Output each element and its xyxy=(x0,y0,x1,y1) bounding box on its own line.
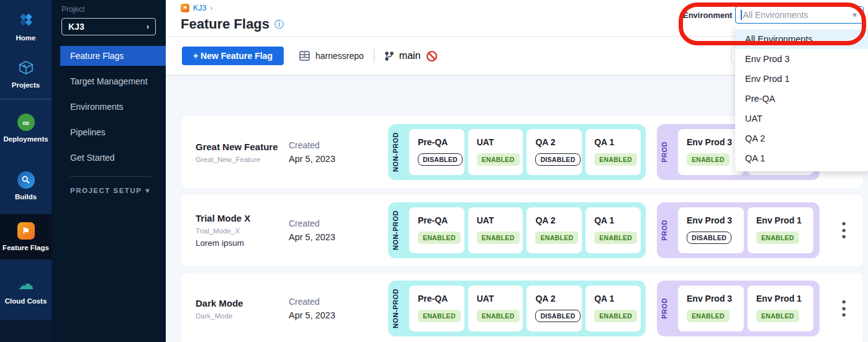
env-status-badge: ENABLED xyxy=(418,310,461,322)
env-name: Pre-QA xyxy=(418,137,464,147)
prod-group-label: PROD xyxy=(661,142,674,163)
env-name: QA 2 xyxy=(535,137,582,147)
flag-name[interactable]: Dark Mode xyxy=(196,298,289,308)
module-nav-item-cloud-costs[interactable]: ☁$ Cloud Costs xyxy=(0,259,52,320)
nonprod-env-group: NON-PROD Pre-QA DISABLED UAT ENABLED QA … xyxy=(388,124,646,180)
env-name: Env Prod 1 xyxy=(756,215,813,225)
main-content: ⚑ KJ3 › Feature Flags ⓘ + New Feature Fl… xyxy=(166,0,868,342)
env-status-badge: ENABLED xyxy=(477,232,520,244)
env-status-badge: ENABLED xyxy=(535,232,578,244)
env-card-qa-1[interactable]: QA 1 ENABLED xyxy=(585,207,641,253)
project-setup-toggle[interactable]: PROJECT SETUP ▼ xyxy=(70,187,151,194)
module-nav-label: Deployments xyxy=(3,135,48,143)
created-date: Apr 5, 2023 xyxy=(289,310,388,320)
project-selector[interactable]: KJ3 › xyxy=(61,18,156,35)
flag-identifier: Dark_Mode xyxy=(196,312,289,320)
module-nav-item-projects[interactable]: Projects xyxy=(0,48,52,99)
env-card-qa-1[interactable]: QA 1 ENABLED xyxy=(585,129,641,175)
env-name: Env Prod 3 xyxy=(687,294,744,304)
projects-cube-icon xyxy=(17,58,35,77)
row-menu-kebab-icon[interactable]: ••• xyxy=(839,299,848,318)
env-card-env-prod-3[interactable]: Env Prod 3 ENABLED xyxy=(678,129,744,175)
env-card-env-prod-1[interactable]: Env Prod 1 ENABLED xyxy=(748,207,813,253)
module-nav-label: Cloud Costs xyxy=(5,297,47,305)
env-status-badge: DISABLED xyxy=(418,153,463,166)
env-status-badge: DISABLED xyxy=(687,232,731,244)
branch-selector[interactable]: main xyxy=(384,50,438,62)
env-option-qa-2[interactable]: QA 2 xyxy=(735,128,868,148)
project-setup-label: PROJECT SETUP xyxy=(70,187,142,194)
env-status-badge: ENABLED xyxy=(477,310,520,322)
env-card-qa-2[interactable]: QA 2 DISABLED xyxy=(527,286,582,331)
feature-flag-row[interactable]: Dark Mode Dark_Mode Created Apr 5, 2023 … xyxy=(181,272,863,342)
module-nav-item-home[interactable]: Home xyxy=(0,0,52,48)
toolbar-divider xyxy=(374,49,374,63)
created-label: Created xyxy=(289,218,388,228)
new-feature-flag-button[interactable]: + New Feature Flag xyxy=(182,47,284,65)
env-option-all-environments[interactable]: All Environments xyxy=(735,29,868,49)
env-card-env-prod-3[interactable]: Env Prod 3 DISABLED xyxy=(678,207,744,253)
env-status-badge: ENABLED xyxy=(687,153,730,166)
env-option-pre-qa[interactable]: Pre-QA xyxy=(735,89,868,109)
env-option-env-prod-3[interactable]: Env Prod 3 xyxy=(735,49,868,69)
env-card-pre-qa[interactable]: Pre-QA DISABLED xyxy=(409,129,464,175)
env-status-badge: ENABLED xyxy=(687,310,730,322)
module-nav-item-deployments[interactable]: ∞ Deployments xyxy=(0,99,52,157)
module-nav-item-builds[interactable]: Builds xyxy=(0,157,52,214)
page-title: Feature Flags xyxy=(181,16,269,32)
prod-group-label: PROD xyxy=(661,298,674,319)
chevron-down-icon: ▼ xyxy=(144,187,151,194)
env-option-uat[interactable]: UAT xyxy=(735,109,868,128)
sidebar-item-pipelines[interactable]: Pipelines xyxy=(52,122,166,142)
env-card-env-prod-3[interactable]: Env Prod 3 ENABLED xyxy=(678,286,744,331)
sidebar-item-target-management[interactable]: Target Management xyxy=(52,71,166,91)
sidebar-item-feature-flags[interactable]: Feature Flags xyxy=(60,46,166,66)
env-option-env-prod-1[interactable]: Env Prod 1 xyxy=(735,69,868,89)
nonprod-group-label: NON-PROD xyxy=(392,132,405,172)
cloud-costs-icon: ☁$ xyxy=(17,274,35,293)
created-label: Created xyxy=(289,297,388,307)
project-menu: Feature Flags Target Management Environm… xyxy=(52,46,166,168)
env-card-uat[interactable]: UAT ENABLED xyxy=(468,207,523,253)
repository-icon xyxy=(299,50,310,61)
env-card-pre-qa[interactable]: Pre-QA ENABLED xyxy=(409,286,464,331)
row-menu-kebab-icon[interactable]: ••• xyxy=(839,220,848,240)
feature-flags-icon: ⚑ xyxy=(17,222,35,240)
env-name: QA 1 xyxy=(594,294,641,304)
env-name: Pre-QA xyxy=(418,215,464,225)
env-status-badge: DISABLED xyxy=(535,310,580,322)
env-card-uat[interactable]: UAT ENABLED xyxy=(468,129,523,175)
flag-identifier: Great_New_Feature xyxy=(196,156,289,163)
nonprod-env-group: NON-PROD Pre-QA ENABLED UAT ENABLED QA 2… xyxy=(388,281,646,336)
breadcrumb-project-link[interactable]: KJ3 xyxy=(193,4,207,12)
env-status-badge: DISABLED xyxy=(535,153,580,166)
repo-selector[interactable]: harnessrepo xyxy=(299,50,364,61)
env-card-pre-qa[interactable]: Pre-QA ENABLED xyxy=(409,207,464,253)
feature-flag-row[interactable]: Trial Mode X Trial_Mode_X Lorem ipsum Cr… xyxy=(181,194,863,266)
environment-select[interactable]: All Environments ▼ xyxy=(735,6,864,24)
env-card-env-prod-1[interactable]: Env Prod 1 ENABLED xyxy=(748,286,813,331)
builds-icon xyxy=(17,171,35,189)
env-status-badge: ENABLED xyxy=(594,153,637,166)
env-name: UAT xyxy=(477,137,523,147)
prod-env-group: PROD Env Prod 3 DISABLED Env Prod 1 ENAB… xyxy=(657,202,820,258)
deployments-icon: ∞ xyxy=(17,114,35,131)
sidebar-divider xyxy=(70,176,151,177)
chevron-right-icon: › xyxy=(147,22,149,31)
env-card-qa-1[interactable]: QA 1 ENABLED xyxy=(585,286,641,331)
env-card-qa-2[interactable]: QA 2 ENABLED xyxy=(527,207,582,253)
env-card-uat[interactable]: UAT ENABLED xyxy=(468,286,523,331)
env-name: QA 2 xyxy=(535,215,582,225)
created-label: Created xyxy=(289,140,388,150)
module-nav-item-feature-flags[interactable]: ⚑ Feature Flags xyxy=(0,214,52,259)
flag-name[interactable]: Trial Mode X xyxy=(196,213,289,223)
flag-name[interactable]: Great New Feature xyxy=(196,142,289,152)
sidebar-item-get-started[interactable]: Get Started xyxy=(52,148,166,168)
module-nav-label: Home xyxy=(16,34,36,42)
env-card-qa-2[interactable]: QA 2 DISABLED xyxy=(527,129,582,175)
sidebar-item-environments[interactable]: Environments xyxy=(52,97,166,117)
info-icon[interactable]: ⓘ xyxy=(274,19,284,30)
app-window: Home Projects ∞ Deployments Builds ⚑ Fea… xyxy=(0,0,868,342)
branch-name: main xyxy=(399,50,421,61)
env-option-qa-1[interactable]: QA 1 xyxy=(735,148,868,168)
